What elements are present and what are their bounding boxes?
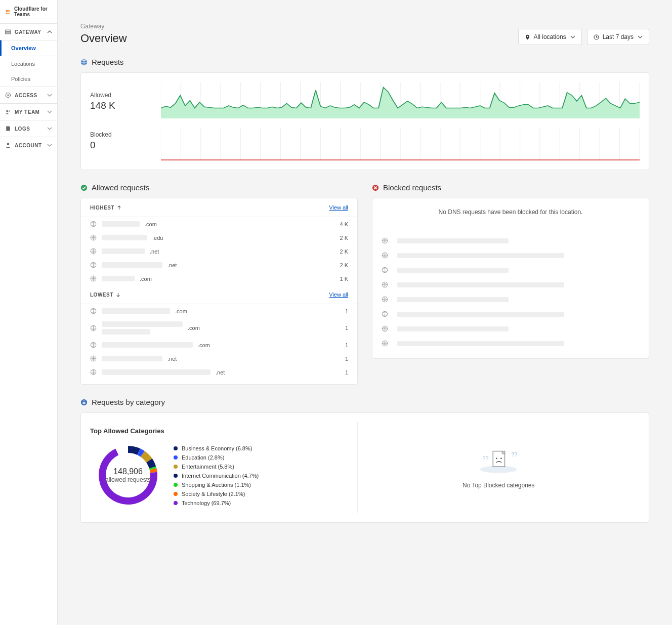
nav-label: ACCESS (15, 93, 37, 98)
request-count: 1 (345, 356, 348, 362)
skeleton-row (372, 307, 649, 321)
time-filter[interactable]: Last 7 days (587, 29, 649, 45)
team-icon (5, 109, 11, 115)
domain-tld: .net (167, 262, 177, 268)
allowed-value: 148 K (90, 100, 151, 111)
domain-tld: .net (216, 369, 225, 376)
request-count: 1 (345, 369, 348, 376)
nav-header-gateway[interactable]: GATEWAY (0, 24, 57, 40)
globe-icon (382, 296, 388, 303)
redacted-domain (102, 308, 170, 314)
skeleton-row (372, 321, 649, 336)
svg-point-0 (6, 10, 8, 12)
section-title-requests: Requests (80, 58, 649, 66)
svg-point-88 (496, 458, 497, 460)
svg-text:??: ?? (483, 455, 489, 462)
location-filter-label: All locations (534, 33, 566, 40)
legend-item: Entertainment (5.8%) (174, 464, 259, 470)
list-item: .net1 (81, 365, 357, 379)
nav-label: LOGS (15, 126, 30, 132)
access-icon (5, 92, 11, 98)
globe-icon (90, 275, 97, 282)
nav-item-policies[interactable]: Policies (0, 71, 57, 87)
viewall-highest[interactable]: View all (329, 204, 348, 211)
legend-dot (174, 455, 178, 460)
legend-dot (174, 483, 178, 487)
blocked-empty-message: No DNS requests have been blocked for th… (372, 198, 649, 231)
globe-icon (90, 308, 97, 314)
arrow-down-icon (116, 293, 120, 297)
svg-rect-3 (6, 32, 11, 34)
list-item: .edu2 K (81, 231, 357, 244)
section-title-allowed: Allowed requests (80, 183, 358, 192)
main-content: Gateway Overview All locations Last 7 da… (58, 0, 672, 625)
chevron-down-icon (47, 93, 52, 98)
domain-tld: .com (145, 221, 157, 227)
list-item: .com1 (81, 318, 357, 338)
globe-icon (90, 342, 97, 348)
globe-icon (90, 325, 97, 331)
svg-point-5 (8, 95, 9, 96)
svg-point-8 (7, 143, 10, 146)
lowest-label: LOWEST (90, 292, 120, 298)
nav-label: MY TEAM (15, 109, 39, 115)
breadcrumb: Gateway (80, 23, 127, 30)
arrow-up-icon (117, 205, 121, 210)
legend-dot (174, 501, 178, 505)
legend-item: Technology (69.7%) (174, 500, 259, 506)
viewall-lowest[interactable]: View all (329, 291, 348, 298)
chevron-down-icon (47, 143, 52, 148)
section-title-categories: Requests by category (80, 398, 649, 406)
nav-label: ACCOUNT (15, 143, 42, 148)
logo[interactable]: Cloudflare for Teams (0, 0, 57, 23)
nav-header-logs[interactable]: LOGS (0, 120, 57, 137)
nav-header-access[interactable]: ACCESS (0, 87, 57, 103)
list-item: .com1 (81, 304, 357, 318)
domain-tld: .com (175, 308, 187, 314)
nav-header-myteam[interactable]: MY TEAM (0, 104, 57, 120)
highest-label: HIGHEST (90, 205, 121, 211)
allowed-label: Allowed (90, 92, 151, 99)
legend-item: Society & Lifestyle (2.1%) (174, 491, 259, 497)
blocked-requests-card: No DNS requests have been blocked for th… (372, 198, 649, 359)
chevron-down-icon (570, 34, 575, 39)
redacted-domain (102, 369, 211, 375)
redacted-domain (102, 248, 145, 254)
globe-icon (382, 237, 388, 244)
request-count: 1 (345, 342, 348, 348)
globe-icon (382, 252, 388, 259)
pin-icon (525, 34, 530, 40)
request-count: 4 K (340, 221, 348, 227)
nav-item-locations[interactable]: Locations (0, 56, 57, 71)
request-count: 2 K (340, 248, 348, 255)
request-count: 2 K (340, 235, 348, 241)
page-title: Overview (80, 32, 127, 45)
nav-header-account[interactable]: ACCOUNT (0, 137, 57, 153)
globe-icon (382, 311, 388, 317)
domain-tld: .com (198, 342, 210, 348)
list-icon (80, 399, 88, 406)
globe-icon (382, 281, 388, 288)
no-blocked-categories: No Top Blocked categories (463, 482, 535, 489)
list-item: .com1 K (81, 272, 357, 285)
donut-center-number: 148,906 (113, 467, 143, 476)
list-item: .net1 (81, 352, 357, 365)
cloudflare-teams-icon (5, 8, 11, 15)
globe-icon (382, 340, 388, 347)
request-count: 1 K (340, 276, 348, 282)
redacted-domain (102, 235, 147, 240)
globe-icon (382, 325, 388, 332)
location-filter[interactable]: All locations (518, 29, 582, 45)
globe-icon (90, 369, 97, 376)
redacted-domain (102, 356, 162, 361)
logo-text: Cloudflare for Teams (14, 6, 52, 17)
nav-item-overview[interactable]: Overview (0, 40, 57, 56)
list-item: .net2 K (81, 258, 357, 272)
list-item: .com4 K (81, 217, 357, 231)
skeleton-row (372, 336, 649, 351)
allowed-sparkline (161, 82, 640, 118)
redacted-domain (102, 221, 140, 227)
nav-section-gateway: GATEWAY Overview Locations Policies (0, 23, 57, 87)
legend-item: Internet Communication (4.7%) (174, 473, 259, 479)
requests-card: Allowed 148 K Blocked 0 (80, 72, 649, 170)
